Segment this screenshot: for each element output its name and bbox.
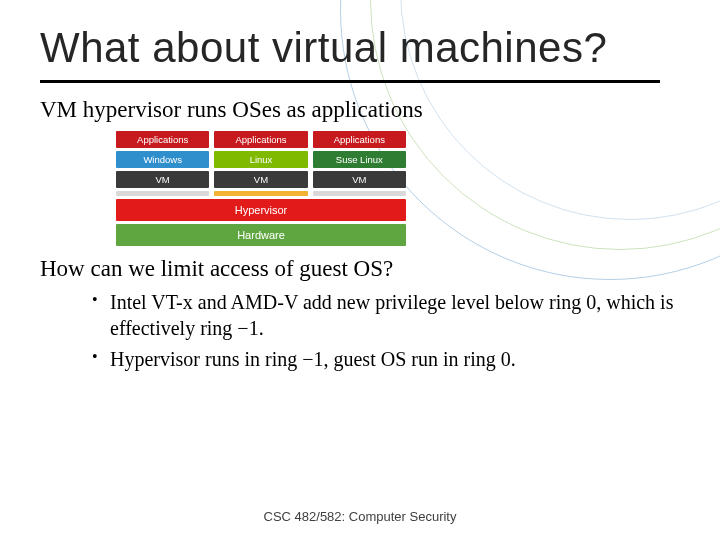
diagram-spacer (313, 191, 406, 196)
slide-title: What about virtual machines? (40, 24, 680, 72)
diagram-cell-app: Applications (313, 131, 406, 148)
diagram-row-apps: Applications Applications Applications (116, 131, 406, 148)
slide-footer: CSC 482/582: Computer Security (0, 509, 720, 524)
diagram-cell-vm: VM (116, 171, 209, 188)
diagram-row-spacer (116, 191, 406, 196)
bullet-item: Hypervisor runs in ring −1, guest OS run… (92, 347, 680, 373)
bullet-list: Intel VT-x and AMD-V add new privilege l… (40, 290, 680, 373)
diagram-spacer (214, 191, 307, 196)
title-underline (40, 80, 660, 83)
diagram-cell-vm: VM (214, 171, 307, 188)
diagram-hypervisor: Hypervisor (116, 199, 406, 221)
diagram-cell-os-linux: Linux (214, 151, 307, 168)
vm-architecture-diagram: Applications Applications Applications W… (116, 131, 406, 246)
bullet-item: Intel VT-x and AMD-V add new privilege l… (92, 290, 680, 341)
diagram-cell-vm: VM (313, 171, 406, 188)
diagram-cell-os-suse: Suse Linux (313, 151, 406, 168)
question-text: How can we limit access of guest OS? (40, 256, 680, 282)
diagram-cell-app: Applications (116, 131, 209, 148)
slide: What about virtual machines? VM hypervis… (0, 0, 720, 540)
diagram-cell-os-windows: Windows (116, 151, 209, 168)
diagram-hardware: Hardware (116, 224, 406, 246)
diagram-cell-app: Applications (214, 131, 307, 148)
lead-text: VM hypervisor runs OSes as applications (40, 97, 680, 123)
diagram-row-vm: VM VM VM (116, 171, 406, 188)
diagram-spacer (116, 191, 209, 196)
diagram-row-os: Windows Linux Suse Linux (116, 151, 406, 168)
